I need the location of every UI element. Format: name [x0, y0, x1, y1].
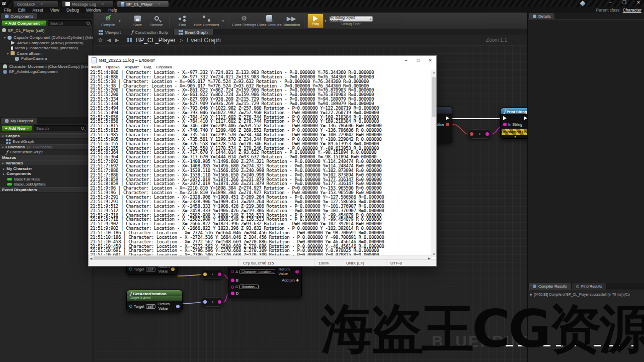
pin-a[interactable]: [231, 270, 234, 273]
tab-components[interactable]: Components: [1, 13, 37, 19]
section-event-dispatchers[interactable]: Event Dispatchers: [0, 187, 93, 193]
debug-object-select[interactable]: No debug object selected ▼: [330, 16, 373, 22]
section-functions[interactable]: ▾ Functions (31 Overridable): [0, 144, 93, 150]
component-tree-item[interactable]: FollowCamera: [0, 56, 93, 62]
scroll-up-icon[interactable]: ▲: [431, 70, 437, 75]
expand-arrow-icon[interactable]: ▸: [3, 172, 5, 175]
string-output-pin[interactable]: [486, 132, 489, 136]
in-string-pin[interactable]: [503, 123, 507, 126]
class-defaults-button[interactable]: Class Defaults: [257, 13, 282, 29]
tab-find-results[interactable]: Find Results: [572, 283, 606, 290]
section-graphs[interactable]: ▾ Graphs: [0, 133, 93, 139]
maximize-button[interactable]: □: [412, 56, 424, 64]
class-settings-button[interactable]: ⚙ Class Settings: [231, 13, 257, 29]
node-conv-rotator-to-string[interactable]: [201, 297, 224, 307]
menu-file[interactable]: File: [4, 8, 11, 13]
self-value-box[interactable]: self: [146, 304, 155, 309]
tab-viewport[interactable]: Viewport: [94, 29, 126, 35]
add-pin-button[interactable]: Add pin ✚: [282, 278, 299, 283]
component-tree-item[interactable]: Character Movement (CharMoveComp) (Inher…: [0, 64, 93, 69]
menu-debug[interactable]: Debug: [66, 8, 79, 13]
node-print-string[interactable]: ƒ Print String In String Development Onl…: [500, 108, 527, 139]
rotator-input-pin[interactable]: [203, 300, 207, 304]
pin-c-default-value[interactable]: Rotation -: [239, 285, 258, 289]
string-output-pin[interactable]: [218, 273, 221, 276]
vector-input-pin[interactable]: [203, 273, 207, 276]
node-conv-vector-to-string[interactable]: [201, 269, 224, 279]
components-search[interactable]: [48, 20, 92, 26]
chevron-down-icon[interactable]: ▾: [119, 19, 121, 23]
myblueprint-search[interactable]: [34, 125, 86, 131]
expand-arrow-icon[interactable]: ▾: [7, 52, 9, 55]
self-value-box[interactable]: self: [146, 267, 155, 272]
menu-help[interactable]: Справка: [154, 65, 175, 69]
input-pin[interactable]: [470, 132, 473, 136]
tab-construction-script[interactable]: ƒ Construction Scrip: [126, 29, 174, 35]
node-append[interactable]: A Character: Location - Return Value B A…: [228, 264, 302, 298]
parent-class-link[interactable]: Character: [623, 8, 641, 13]
menu-view[interactable]: Вид: [141, 65, 153, 69]
exec-out-pin[interactable]: [446, 116, 449, 120]
component-tree-item[interactable]: Mesh (CharacterMesh0) (Inherited): [0, 46, 93, 51]
tab-details[interactable]: Details: [529, 13, 554, 19]
play-button[interactable]: Play: [307, 14, 324, 28]
vector-return-pin[interactable]: [171, 267, 175, 271]
back-arrow-icon[interactable]: ◀: [107, 37, 111, 43]
chevron-down-icon[interactable]: ▾: [222, 19, 224, 23]
rotator-return-pin[interactable]: [176, 305, 180, 308]
add-component-button[interactable]: + Add Component ▾: [2, 20, 46, 26]
target-pin[interactable]: [129, 305, 132, 308]
minimize-button[interactable]: –: [606, 0, 615, 5]
expand-arrow-icon[interactable]: ▸: [3, 167, 5, 170]
maximize-button[interactable]: ❐: [620, 0, 629, 5]
breadcrumb-asset[interactable]: BP_CL_Player: [136, 37, 176, 44]
menu-asset[interactable]: Asset: [32, 8, 43, 13]
constructionscript-item[interactable]: ƒ ConstructionScript: [0, 150, 93, 155]
tab-compiler-results[interactable]: Compiler Results: [529, 283, 571, 290]
delegate-pin[interactable]: [446, 123, 449, 126]
notepad-titlebar[interactable]: test_2022.2.11.log – Блокнот: [89, 56, 436, 64]
window-tab-message-log[interactable]: Message Log ✕: [61, 1, 114, 7]
compile-button[interactable]: ⚙✔ Compile: [99, 13, 118, 29]
variable-category-my-character[interactable]: ▸ My Character: [0, 166, 93, 171]
component-tree-item[interactable]: ▾ Capsule Component (CollisionCylinder) …: [0, 35, 93, 41]
window-tab-bp-cl-player[interactable]: BP_CL_Player ✕: [117, 1, 169, 7]
minimize-button[interactable]: –: [400, 56, 412, 64]
exec-out-pin[interactable]: [524, 116, 527, 120]
chevron-down-icon[interactable]: ▾: [325, 19, 327, 23]
string-output-pin[interactable]: [218, 300, 221, 304]
node-conv-to-string-upper[interactable]: [467, 129, 492, 139]
target-pin[interactable]: [129, 267, 132, 270]
myblueprint-search-input[interactable]: [34, 126, 86, 131]
component-tree-item[interactable]: ▾ CameraBoom: [0, 51, 93, 56]
menu-edit[interactable]: Edit: [18, 8, 26, 13]
menu-view[interactable]: View: [50, 8, 59, 13]
component-tree-item[interactable]: BP_CL_Player (self): [0, 28, 93, 33]
tab-event-graph[interactable]: Event Graph: [174, 29, 213, 35]
tab-close-icon[interactable]: ✕: [40, 2, 43, 6]
breadcrumb-graph[interactable]: Event Graph: [187, 37, 220, 44]
component-tree-item[interactable]: Arrow Component (Arrow) (Inherited): [0, 40, 93, 46]
hide-unrelated-button[interactable]: Hide Unrelated: [192, 13, 221, 29]
menu-file[interactable]: Файл: [89, 65, 104, 69]
section-macros[interactable]: Macros: [0, 155, 93, 160]
pin-c[interactable]: [231, 286, 234, 289]
expand-arrow-icon[interactable]: ▾: [4, 36, 6, 39]
pin-d[interactable]: [231, 292, 234, 295]
chevron-down-icon[interactable]: ▼: [501, 135, 527, 138]
save-button[interactable]: Save: [128, 13, 147, 29]
favorite-star-icon[interactable]: ☆: [98, 37, 103, 44]
tab-close-icon[interactable]: ✕: [157, 2, 160, 6]
close-button[interactable]: ✕: [424, 56, 436, 64]
menu-help[interactable]: Help: [108, 8, 117, 13]
variable-category-components[interactable]: ▸ Components: [0, 171, 93, 177]
forward-arrow-icon[interactable]: ▶: [115, 37, 119, 43]
simulation-button[interactable]: ▶▶ Simulation: [282, 13, 301, 29]
menu-edit[interactable]: Правка: [104, 65, 122, 69]
components-search-input[interactable]: [48, 21, 91, 26]
tab-my-blueprint[interactable]: My Blueprint: [1, 118, 37, 124]
find-button[interactable]: Find: [173, 13, 192, 29]
close-button[interactable]: ✕: [634, 0, 643, 5]
node-get-actor-rotation[interactable]: ƒ GetActorRotation Target is Actor Targe…: [126, 290, 183, 312]
pin-b[interactable]: [231, 279, 234, 282]
